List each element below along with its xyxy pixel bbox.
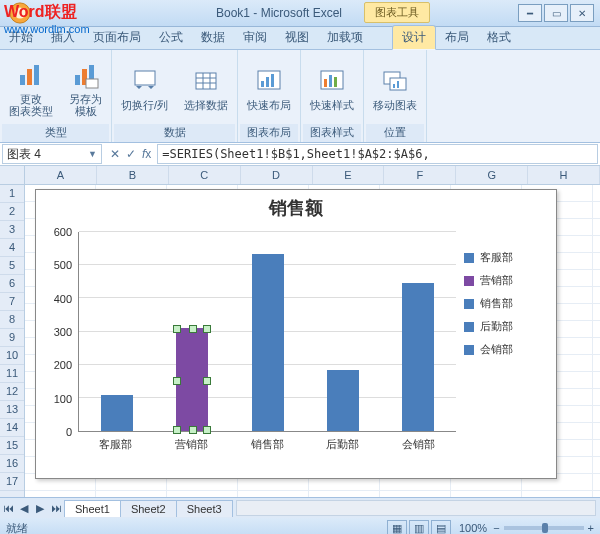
selection-handle[interactable] (203, 325, 211, 333)
row-header-11[interactable]: 11 (0, 365, 24, 383)
context-tab-布局[interactable]: 布局 (436, 26, 478, 49)
row-header-15[interactable]: 15 (0, 437, 24, 455)
tab-审阅[interactable]: 审阅 (234, 26, 276, 49)
tab-视图[interactable]: 视图 (276, 26, 318, 49)
enter-icon[interactable]: ✓ (126, 147, 136, 161)
minimize-button[interactable]: ━ (518, 4, 542, 22)
view-normal-button[interactable]: ▦ (387, 520, 407, 534)
tab-加载项[interactable]: 加载项 (318, 26, 372, 49)
sheet-nav-next[interactable]: ▶ (32, 502, 48, 515)
plot-inner[interactable] (78, 232, 456, 432)
chart-bar-销售部[interactable] (252, 254, 284, 431)
switch-row-col-button[interactable]: 切换行/列 (114, 62, 175, 114)
x-label-会销部: 会销部 (402, 437, 435, 452)
zoom-out-button[interactable]: − (493, 522, 499, 534)
selection-handle[interactable] (189, 426, 197, 434)
horizontal-scrollbar[interactable] (236, 500, 596, 516)
sheet-tab-Sheet2[interactable]: Sheet2 (120, 500, 177, 517)
col-header-H[interactable]: H (528, 166, 600, 184)
sheet-nav-last[interactable]: ⏭ (48, 502, 64, 514)
legend-item-销售部[interactable]: 销售部 (464, 296, 550, 311)
sheet-nav-prev[interactable]: ◀ (16, 502, 32, 515)
tab-开始[interactable]: 开始 (0, 26, 42, 49)
row-header-6[interactable]: 6 (0, 275, 24, 293)
sheet-tab-Sheet1[interactable]: Sheet1 (64, 500, 121, 517)
legend-item-后勤部[interactable]: 后勤部 (464, 319, 550, 334)
layout-icon (253, 65, 285, 97)
cells-area[interactable]: 销售额 0100200300400500600 客服部营销部销售部后勤部会销部 … (25, 185, 600, 497)
tab-公式[interactable]: 公式 (150, 26, 192, 49)
row-header-16[interactable]: 16 (0, 455, 24, 473)
view-page-layout-button[interactable]: ▥ (409, 520, 429, 534)
zoom-level[interactable]: 100% (459, 522, 487, 534)
cancel-icon[interactable]: ✕ (110, 147, 120, 161)
row-header-9[interactable]: 9 (0, 329, 24, 347)
plot-area[interactable]: 0100200300400500600 客服部营销部销售部后勤部会销部 (46, 226, 460, 456)
view-page-break-button[interactable]: ▤ (431, 520, 451, 534)
legend-item-客服部[interactable]: 客服部 (464, 250, 550, 265)
col-header-A[interactable]: A (25, 166, 97, 184)
formula-bar: 图表 4 ▼ ✕ ✓ fx =SERIES(Sheet1!$B$1,Sheet1… (0, 143, 600, 166)
chart-bar-后勤部[interactable] (327, 370, 359, 431)
bar-chart-icon (15, 59, 47, 91)
row-header-3[interactable]: 3 (0, 221, 24, 239)
fx-icon[interactable]: fx (142, 147, 151, 161)
select-all-corner[interactable] (0, 166, 25, 185)
row-header-1[interactable]: 1 (0, 185, 24, 203)
selection-handle[interactable] (203, 426, 211, 434)
row-header-14[interactable]: 14 (0, 419, 24, 437)
row-header-10[interactable]: 10 (0, 347, 24, 365)
row-header-7[interactable]: 7 (0, 293, 24, 311)
select-data-button[interactable]: 选择数据 (177, 62, 235, 114)
close-button[interactable]: ✕ (570, 4, 594, 22)
selection-handle[interactable] (203, 377, 211, 385)
chart-title[interactable]: 销售额 (36, 190, 556, 222)
row-header-5[interactable]: 5 (0, 257, 24, 275)
chart-legend[interactable]: 客服部营销部销售部后勤部会销部 (464, 222, 556, 460)
legend-item-营销部[interactable]: 营销部 (464, 273, 550, 288)
change-chart-type-button[interactable]: 更改 图表类型 (2, 56, 60, 120)
chart-object[interactable]: 销售额 0100200300400500600 客服部营销部销售部后勤部会销部 … (35, 189, 557, 479)
maximize-button[interactable]: ▭ (544, 4, 568, 22)
row-header-2[interactable]: 2 (0, 203, 24, 221)
chart-bar-客服部[interactable] (101, 395, 133, 431)
col-header-F[interactable]: F (384, 166, 456, 184)
col-header-C[interactable]: C (169, 166, 241, 184)
move-chart-button[interactable]: 移动图表 (366, 62, 424, 114)
col-header-E[interactable]: E (313, 166, 385, 184)
zoom-in-button[interactable]: + (588, 522, 594, 534)
save-as-template-button[interactable]: 另存为 模板 (62, 56, 109, 120)
tab-数据[interactable]: 数据 (192, 26, 234, 49)
context-tab-设计[interactable]: 设计 (392, 25, 436, 50)
selection-handle[interactable] (189, 325, 197, 333)
selection-handle[interactable] (173, 426, 181, 434)
row-header-8[interactable]: 8 (0, 311, 24, 329)
tab-插入[interactable]: 插入 (42, 26, 84, 49)
legend-item-会销部[interactable]: 会销部 (464, 342, 550, 357)
chart-bar-营销部[interactable] (176, 328, 208, 431)
chevron-down-icon[interactable]: ▼ (88, 149, 97, 159)
ribbon-group-location: 移动图表 位置 (364, 50, 427, 142)
name-box[interactable]: 图表 4 ▼ (2, 144, 102, 164)
tab-页面布局[interactable]: 页面布局 (84, 26, 150, 49)
sheet-nav-first[interactable]: ⏮ (0, 502, 16, 514)
col-header-D[interactable]: D (241, 166, 313, 184)
selection-handle[interactable] (173, 325, 181, 333)
row-header-17[interactable]: 17 (0, 473, 24, 491)
sheet-tab-Sheet3[interactable]: Sheet3 (176, 500, 233, 517)
quick-style-button[interactable]: 快速样式 (303, 62, 361, 114)
office-button[interactable] (0, 0, 40, 26)
row-header-12[interactable]: 12 (0, 383, 24, 401)
worksheet-grid[interactable]: 1234567891011121314151617 销售额 0100200300… (0, 185, 600, 497)
zoom-slider[interactable] (504, 526, 584, 530)
formula-input[interactable]: =SERIES(Sheet1!$B$1,Sheet1!$A$2:$A$6, (157, 144, 598, 164)
col-header-B[interactable]: B (97, 166, 169, 184)
svg-rect-4 (34, 65, 39, 85)
row-header-13[interactable]: 13 (0, 401, 24, 419)
selection-handle[interactable] (173, 377, 181, 385)
col-header-G[interactable]: G (456, 166, 528, 184)
context-tab-格式[interactable]: 格式 (478, 26, 520, 49)
quick-layout-button[interactable]: 快速布局 (240, 62, 298, 114)
row-header-4[interactable]: 4 (0, 239, 24, 257)
chart-bar-会销部[interactable] (402, 283, 434, 431)
